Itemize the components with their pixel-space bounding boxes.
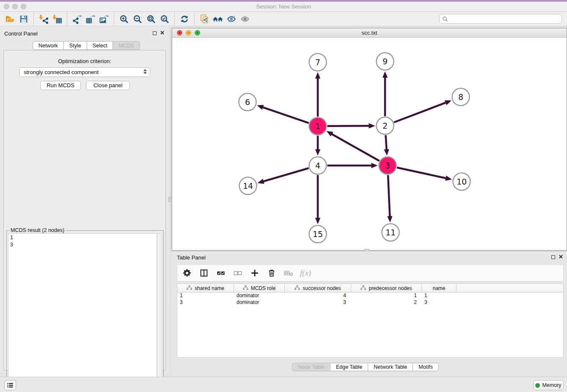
open-session-icon[interactable] bbox=[3, 13, 17, 25]
table-toolbar: f(x) bbox=[177, 265, 564, 282]
float-panel-icon[interactable] bbox=[153, 31, 157, 35]
column-header-predecessor-nodes[interactable]: predecessor nodes bbox=[351, 284, 422, 292]
toolbar-separator bbox=[33, 13, 34, 25]
table-row[interactable]: 3dominator323 bbox=[177, 299, 563, 306]
apply-layout-icon[interactable] bbox=[178, 13, 191, 25]
deselect-all-icon[interactable] bbox=[232, 268, 243, 279]
export-image-icon[interactable] bbox=[97, 13, 111, 25]
table-cell[interactable]: 4 bbox=[285, 293, 351, 299]
list-icon bbox=[6, 381, 14, 389]
tab-network-table[interactable]: Network Table bbox=[368, 363, 413, 371]
column-header-successor-nodes[interactable]: successor nodes bbox=[285, 284, 351, 292]
memory-button[interactable]: Memory bbox=[533, 380, 564, 390]
mcds-result-text[interactable]: 1 3 bbox=[8, 233, 157, 389]
control-panel-tabs: NetworkStyleSelectMCDS bbox=[33, 41, 140, 50]
show-eye-icon[interactable] bbox=[238, 13, 252, 25]
edge-4-14[interactable] bbox=[263, 168, 308, 182]
table-cell[interactable]: 1 bbox=[422, 293, 457, 299]
node-table[interactable]: shared nameMCDS rolesuccessor nodesprede… bbox=[177, 284, 564, 358]
float-table-panel-icon[interactable] bbox=[551, 255, 555, 259]
optimization-criterion-select[interactable]: strongly connected component bbox=[19, 67, 150, 77]
table-header-row: shared nameMCDS rolesuccessor nodesprede… bbox=[177, 284, 563, 293]
column-view-icon[interactable] bbox=[198, 268, 209, 279]
edge-1-2[interactable] bbox=[327, 126, 369, 126]
table-cell[interactable]: dominator bbox=[234, 293, 285, 299]
column-header-shared-name[interactable]: shared name bbox=[177, 284, 234, 292]
table-cell[interactable]: 3 bbox=[285, 299, 351, 306]
edge-3-10[interactable] bbox=[397, 168, 446, 178]
search-box[interactable] bbox=[439, 14, 562, 24]
flatten-tree-icon bbox=[295, 285, 300, 291]
zoom-fit-icon[interactable] bbox=[144, 13, 158, 25]
edge-2-8[interactable] bbox=[394, 102, 446, 122]
table-cell[interactable]: 2 bbox=[351, 299, 422, 306]
column-header-name[interactable]: name bbox=[422, 284, 457, 292]
select-all-icon[interactable] bbox=[215, 268, 226, 279]
edge-3-1[interactable] bbox=[331, 134, 380, 161]
window-close-button[interactable] bbox=[4, 4, 9, 9]
tab-select[interactable]: Select bbox=[87, 41, 113, 50]
search-input[interactable] bbox=[448, 14, 561, 23]
export-table-icon[interactable] bbox=[84, 13, 97, 25]
table-cell[interactable]: 3 bbox=[422, 299, 457, 306]
tab-network[interactable]: Network bbox=[33, 41, 64, 50]
window-zoom-button[interactable] bbox=[21, 4, 26, 9]
graph-node-label-10: 10 bbox=[457, 177, 467, 186]
network-maximize-button[interactable]: + bbox=[195, 30, 200, 36]
zoom-selected-icon[interactable] bbox=[158, 13, 171, 25]
edge-2-3[interactable] bbox=[385, 135, 386, 150]
network-window-titlebar[interactable]: × − + scc.txt bbox=[172, 28, 567, 38]
network-canvas[interactable]: 7968124314101511 bbox=[172, 38, 567, 251]
table-cell[interactable]: 3 bbox=[177, 299, 234, 306]
close-panel-icon[interactable]: ✕ bbox=[160, 30, 165, 36]
task-history-button[interactable] bbox=[4, 380, 16, 390]
vertical-splitter-handle[interactable] bbox=[168, 197, 171, 202]
table-cell[interactable]: dominator bbox=[234, 299, 285, 306]
column-header-MCDS-role[interactable]: MCDS role bbox=[234, 284, 285, 292]
add-column-icon[interactable] bbox=[249, 268, 260, 279]
edge-1-6[interactable] bbox=[262, 107, 309, 123]
window-minimize-button[interactable] bbox=[12, 4, 18, 9]
tab-motifs[interactable]: Motifs bbox=[413, 363, 438, 371]
network-window-title: scc.txt bbox=[172, 28, 567, 38]
toolbar-separator bbox=[194, 13, 195, 25]
home-icon[interactable] bbox=[211, 13, 225, 25]
flatten-tree-icon bbox=[243, 285, 248, 291]
table-row[interactable]: 1dominator411 bbox=[177, 293, 563, 299]
graph-node-label-6: 6 bbox=[245, 97, 250, 107]
export-network-icon[interactable] bbox=[70, 13, 84, 25]
zoom-out-icon[interactable] bbox=[131, 13, 144, 25]
status-bar: Memory bbox=[0, 377, 567, 392]
hide-eye-icon[interactable] bbox=[225, 13, 238, 25]
import-network-icon[interactable] bbox=[37, 13, 50, 25]
zoom-in-icon[interactable] bbox=[117, 13, 131, 25]
clone-network-icon[interactable] bbox=[198, 13, 211, 25]
network-close-button[interactable]: × bbox=[177, 30, 182, 36]
result-scrollbar[interactable] bbox=[157, 233, 162, 389]
table-cell[interactable]: 1 bbox=[351, 293, 422, 299]
delete-column-icon[interactable] bbox=[266, 268, 277, 279]
toolbar-separator bbox=[67, 13, 67, 25]
network-view-window: × − + scc.txt 7968124314101511 bbox=[172, 28, 567, 251]
column-header-label: MCDS role bbox=[251, 285, 276, 291]
toolbar-separator bbox=[114, 13, 114, 25]
app-titlebar: Session: New Session bbox=[0, 2, 567, 12]
edge-arrowhead bbox=[445, 176, 452, 181]
run-mcds-button[interactable]: Run MCDS bbox=[40, 81, 81, 90]
graph-node-label-11: 11 bbox=[385, 228, 396, 237]
tab-edge-table[interactable]: Edge Table bbox=[330, 363, 368, 371]
network-minimize-button[interactable]: − bbox=[186, 30, 191, 36]
tab-mcds[interactable]: MCDS bbox=[113, 41, 140, 50]
save-session-icon[interactable] bbox=[17, 13, 30, 25]
import-table-icon[interactable] bbox=[50, 13, 64, 25]
tab-node-table[interactable]: Node Table bbox=[292, 363, 330, 371]
graph-node-label-14: 14 bbox=[243, 181, 253, 190]
close-table-panel-icon[interactable]: ✕ bbox=[559, 254, 563, 260]
close-panel-button[interactable]: Close panel bbox=[86, 81, 130, 90]
table-cell[interactable]: 1 bbox=[177, 293, 234, 299]
settings-gear-icon[interactable] bbox=[182, 268, 193, 279]
edge-arrowhead bbox=[387, 216, 392, 222]
edge-3-11[interactable] bbox=[388, 175, 390, 217]
edge-arrowhead bbox=[369, 123, 375, 128]
tab-style[interactable]: Style bbox=[64, 41, 87, 50]
